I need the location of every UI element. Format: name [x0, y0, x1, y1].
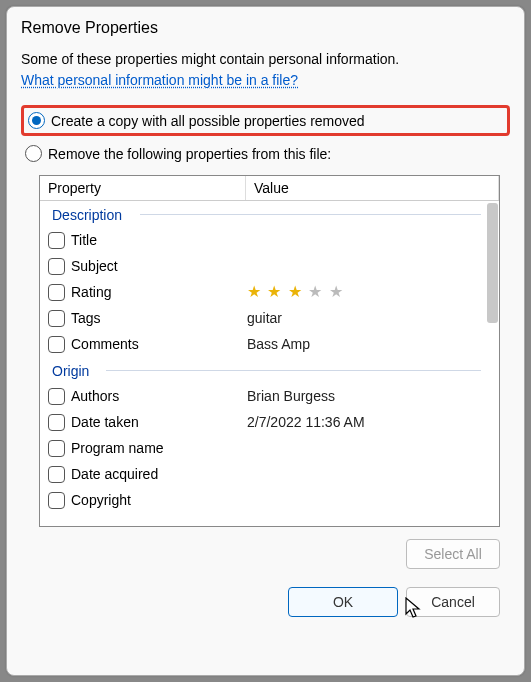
header-property[interactable]: Property	[40, 176, 246, 200]
option-remove-following[interactable]: Remove the following properties from thi…	[21, 142, 510, 165]
ok-button[interactable]: OK	[288, 587, 398, 617]
radio-group: Create a copy with all possible properti…	[21, 105, 510, 165]
prop-name: Comments	[71, 333, 247, 355]
scrollbar-thumb[interactable]	[487, 203, 498, 323]
radio-icon	[28, 112, 45, 129]
prop-value: guitar	[247, 307, 485, 329]
prop-name: Program name	[71, 437, 247, 459]
table-row: Comments Bass Amp	[40, 331, 485, 357]
prop-value: Bass Amp	[247, 333, 485, 355]
option-remove-following-label: Remove the following properties from thi…	[48, 146, 331, 162]
remove-properties-dialog: Remove Properties Some of these properti…	[6, 6, 525, 676]
table-row: Rating ★ ★ ★ ★ ★	[40, 279, 485, 305]
header-value[interactable]: Value	[246, 176, 499, 200]
button-row-bottom: OK Cancel	[21, 569, 510, 621]
button-row-top: Select All	[21, 527, 510, 569]
group-origin: Origin	[40, 357, 485, 383]
select-all-button[interactable]: Select All	[406, 539, 500, 569]
intro-text: Some of these properties might contain p…	[21, 49, 510, 70]
table-row: Date taken 2/7/2022 11:36 AM	[40, 409, 485, 435]
prop-name: Tags	[71, 307, 247, 329]
prop-name: Date taken	[71, 411, 247, 433]
table-row: Authors Brian Burgess	[40, 383, 485, 409]
table-row: Subject	[40, 253, 485, 279]
checkbox-authors[interactable]	[48, 388, 65, 405]
table-row: Title	[40, 227, 485, 253]
checkbox-program-name[interactable]	[48, 440, 65, 457]
prop-value-rating: ★ ★ ★ ★ ★	[247, 281, 485, 303]
checkbox-tags[interactable]	[48, 310, 65, 327]
properties-panel: Property Value Description Title Subject	[39, 175, 500, 527]
checkbox-copyright[interactable]	[48, 492, 65, 509]
dialog-title: Remove Properties	[7, 7, 524, 45]
intro-block: Some of these properties might contain p…	[21, 49, 510, 91]
cancel-button[interactable]: Cancel	[406, 587, 500, 617]
prop-value: Brian Burgess	[247, 385, 485, 407]
table-row: Program name	[40, 435, 485, 461]
checkbox-date-acquired[interactable]	[48, 466, 65, 483]
option-create-copy[interactable]: Create a copy with all possible properti…	[21, 105, 510, 136]
prop-name: Authors	[71, 385, 247, 407]
prop-name: Copyright	[71, 489, 247, 511]
table-row: Tags guitar	[40, 305, 485, 331]
checkbox-date-taken[interactable]	[48, 414, 65, 431]
group-description: Description	[40, 201, 485, 227]
personal-info-link[interactable]: What personal information might be in a …	[21, 72, 298, 88]
option-create-copy-label: Create a copy with all possible properti…	[51, 113, 365, 129]
checkbox-comments[interactable]	[48, 336, 65, 353]
prop-name: Subject	[71, 255, 247, 277]
properties-header: Property Value	[40, 176, 499, 201]
table-row: Date acquired	[40, 461, 485, 487]
prop-value: 2/7/2022 11:36 AM	[247, 411, 485, 433]
table-row: Copyright	[40, 487, 485, 513]
dialog-content: Some of these properties might contain p…	[7, 45, 524, 675]
prop-name: Title	[71, 229, 247, 251]
checkbox-subject[interactable]	[48, 258, 65, 275]
properties-body: Description Title Subject Rating ★ ★ ★ ★…	[40, 201, 499, 526]
prop-name: Date acquired	[71, 463, 247, 485]
checkbox-title[interactable]	[48, 232, 65, 249]
radio-icon	[25, 145, 42, 162]
prop-name: Rating	[71, 281, 247, 303]
checkbox-rating[interactable]	[48, 284, 65, 301]
